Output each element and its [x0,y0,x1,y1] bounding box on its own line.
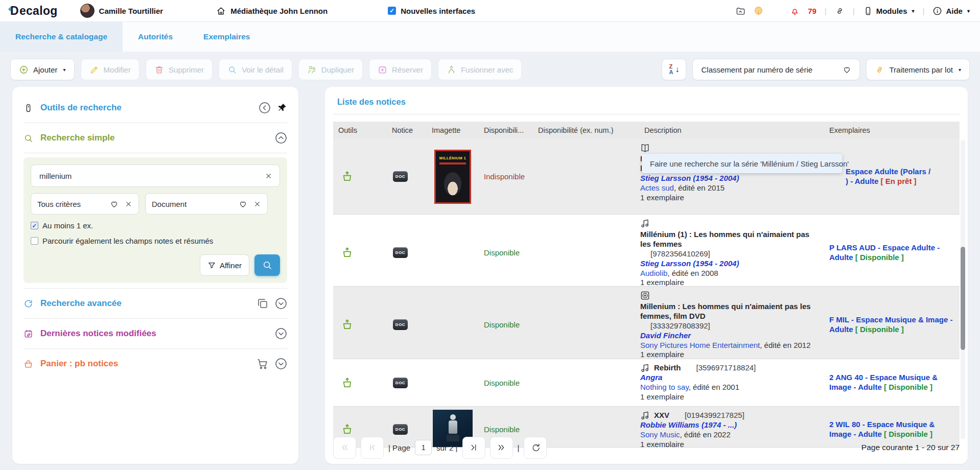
tab-exemplaires[interactable]: Exemplaires [188,22,265,52]
notice-type-badge[interactable]: DOC [393,171,408,182]
collapse-panel-icon[interactable] [259,102,271,114]
refresh-icon [531,443,540,452]
add-to-basket-icon[interactable] [341,171,353,182]
record-author-link[interactable]: Angra [640,373,818,383]
recent-records-header[interactable]: Dernières notices modifiées [24,322,287,345]
notes-checkbox-row[interactable]: ✓ Parcourir également les champs notes e… [31,237,280,245]
record-publisher-link[interactable]: Actes sud [640,183,674,192]
search-submit-button[interactable] [254,254,280,276]
table-row[interactable]: DOCDisponibleRebirth[3596971718824]Angra… [333,359,960,407]
pin-icon[interactable] [277,103,287,113]
notification-count[interactable]: 79 [808,7,816,15]
search-icon [24,133,33,143]
beacon-icon[interactable] [754,6,763,16]
availability-ex-num [533,287,639,359]
heart-icon[interactable] [843,65,851,74]
record-title[interactable]: Rebirth [654,363,681,373]
sort-za-icon: ZA [669,64,673,75]
add-to-basket-icon[interactable] [341,319,353,331]
chevron-down-circle-icon[interactable] [275,358,287,370]
chevron-down-circle-icon[interactable] [275,297,287,310]
record-author-link[interactable]: Stieg Larsson (1954 - 2004) [640,174,818,183]
sort-button[interactable]: ZA ↓ [662,59,686,80]
clear-icon[interactable] [253,200,261,208]
record-title[interactable]: XXV [654,411,669,420]
bell-icon[interactable] [790,6,800,16]
action-toolbar: Ajouter▾ Modifier Supprimer Voir le déta… [0,52,980,87]
arrow-down-icon: ↓ [675,65,679,74]
view-detail-button[interactable]: Voir le détail [219,59,292,80]
criteria-select[interactable]: Tous critères [31,193,139,215]
modules-menu[interactable]: Modules▾ [863,6,915,16]
page-input[interactable] [415,440,432,455]
refine-button[interactable]: Affiner [200,254,249,276]
merge-button[interactable]: Fusionner avec [438,59,522,80]
add-to-basket-icon[interactable] [341,247,353,258]
search-input[interactable] [38,171,265,181]
checkbox[interactable]: ✓ [31,237,38,245]
basket-header[interactable]: Panier : pb notices [24,352,287,375]
holding-info[interactable]: F MIL - Espace Musique & Image - Adulte … [829,315,955,335]
duplicate-button[interactable]: Dupliquer [298,59,363,80]
record-title[interactable]: Millenium : Les hommes qui n'aimaient pa… [640,302,818,321]
prev-page-button[interactable] [361,437,384,459]
chevron-down-circle-icon[interactable] [275,327,287,340]
tab-recherche-catalogage[interactable]: Recherche & catalogage [0,22,123,52]
holding-status: [ Disponible ] [855,325,904,334]
add-button[interactable]: Ajouter▾ [10,59,75,80]
add-to-basket-icon[interactable] [341,377,353,389]
record-author-link[interactable]: Stieg Larsson (1954 - 2004) [640,259,818,269]
notice-type-badge[interactable]: DOC [393,424,408,435]
cart-icon[interactable] [256,358,269,370]
advanced-search-header[interactable]: Recherche avancée [24,292,287,315]
clear-icon[interactable] [265,172,272,180]
table-row[interactable]: DOCDisponibleMillenium : Les hommes qui … [333,287,960,359]
new-interfaces-toggle[interactable]: ✓ Nouvelles interfaces [388,7,475,15]
heart-icon[interactable] [239,200,247,208]
holding-info[interactable]: Espace Adulte (Polars / ) - Adulte [ En … [829,167,930,186]
chevron-up-circle-icon[interactable] [275,132,287,144]
checkbox[interactable]: ✓ [31,222,38,229]
doctype-select[interactable]: Document [145,193,268,215]
record-author-link[interactable]: David Fincher [640,331,818,341]
next-page-button[interactable] [462,437,485,459]
first-page-button[interactable] [333,437,356,459]
copy-icon[interactable] [256,297,269,310]
holding-info[interactable]: P LARS AUD - Espace Adulte - Adulte [ Di… [829,243,955,263]
cover-thumbnail[interactable]: MILLÉNIUM 1 [434,150,471,204]
delete-button[interactable]: Supprimer [146,59,213,80]
record-publisher-link[interactable]: Audiolib [640,269,667,277]
heart-icon[interactable] [110,200,119,208]
min-copy-checkbox-row[interactable]: ✓ Au moins 1 ex. [31,221,280,230]
simple-search-header[interactable]: Recherche simple [24,126,287,150]
record-publisher-link[interactable]: Nothing to say [640,383,689,391]
user-menu[interactable]: Camille Tourtillier [80,4,164,18]
book-icon [640,143,650,153]
table-row[interactable]: DOCMILLÉNIUM 1IndisponibleMillénium (1) … [333,139,960,215]
notice-type-badge[interactable]: DOC [393,247,408,258]
help-menu[interactable]: Aide▾ [932,6,970,16]
clear-icon[interactable] [125,200,132,208]
notice-type-badge[interactable]: DOC [393,378,408,388]
record-author-link[interactable]: Robbie Williams (1974 - ...) [640,420,818,430]
table-row[interactable]: DOCDisponibleMillénium (1) : Les hommes … [333,215,960,287]
folder-media-icon[interactable] [736,6,745,16]
classification-select[interactable]: Classement par numéro de série [692,59,860,80]
link-icon[interactable] [835,6,845,16]
holding-info[interactable]: 2 ANG 40 - Espace Musique & Image - Adul… [829,373,955,392]
record-publisher-link[interactable]: Sony Pictures Home Entertainment [640,341,760,349]
scrollbar-thumb[interactable] [961,247,965,350]
refresh-button[interactable] [524,437,547,459]
notice-type-badge[interactable]: DOC [393,319,408,330]
edit-button[interactable]: Modifier [81,59,139,80]
trash-icon [154,65,164,75]
batch-button[interactable]: Traitements par lot▾ [866,59,970,80]
record-title[interactable]: Millénium (1) : Les hommes qui n'aimaien… [640,230,818,249]
tab-autorites[interactable]: Autorités [123,22,188,52]
divider [24,318,287,319]
last-page-button[interactable] [490,437,513,459]
reserve-button[interactable]: Réserver [369,59,432,80]
checkbox-checked-icon[interactable]: ✓ [388,7,396,15]
library-selector[interactable]: Médiathèque John Lennon [216,6,328,16]
add-to-basket-icon[interactable] [341,424,353,435]
